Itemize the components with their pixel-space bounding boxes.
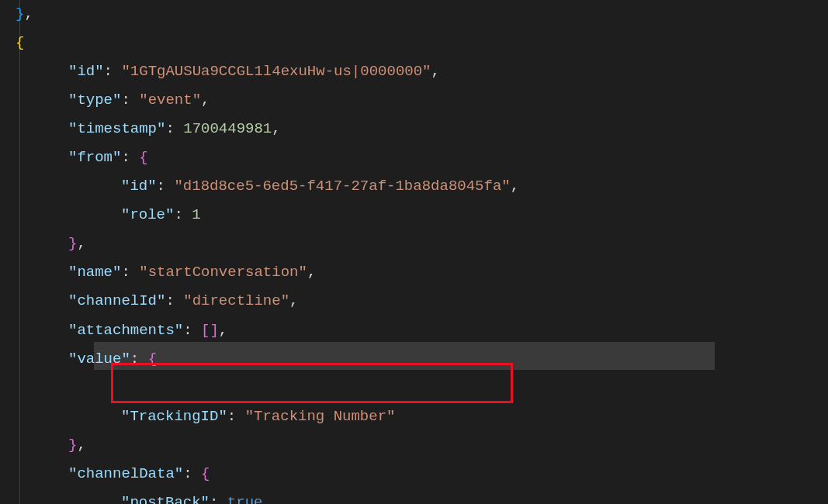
json-value: "event" <box>139 91 201 109</box>
annotation-red-box <box>111 363 513 403</box>
brace: } <box>68 437 77 454</box>
code-line-highlighted: "TrackingID": "Tracking Number" <box>16 402 828 431</box>
code-editor[interactable]: }, { "id": "1GTgAUSUa9CCGL1l4exuHw-us|00… <box>0 0 828 504</box>
code-line: "channelData": { <box>16 460 828 488</box>
bracket: [ <box>201 322 210 339</box>
code-line: "role": 1 <box>16 201 828 230</box>
code-line: { <box>16 29 828 57</box>
json-value: "directline" <box>183 292 289 309</box>
code-line: "id": "d18d8ce5-6ed5-f417-27af-1ba8da804… <box>16 172 828 201</box>
json-value: "d18d8ce5-6ed5-f417-27af-1ba8da8045fa" <box>174 178 510 195</box>
code-line: "channelId": "directline", <box>16 287 828 316</box>
json-key: "TrackingID" <box>121 408 227 425</box>
code-line: "type": "event", <box>16 86 828 115</box>
json-value: "1GTgAUSUa9CCGL1l4exuHw-us|0000000" <box>121 63 431 80</box>
brace: { <box>201 465 210 482</box>
json-key: "type" <box>68 91 121 109</box>
code-line: "name": "startConversation", <box>16 258 828 287</box>
json-value: "Tracking Number" <box>245 408 396 425</box>
json-value: 1700449981 <box>183 120 272 137</box>
json-key: "from" <box>68 149 121 166</box>
json-value: "startConversation" <box>139 264 307 281</box>
code-line: "from": { <box>16 143 828 172</box>
bracket: ] <box>210 322 218 339</box>
json-key: "attachments" <box>68 322 183 339</box>
code-line: "postBack": true, <box>16 488 828 504</box>
json-key: "role" <box>121 206 174 223</box>
brace: } <box>16 5 24 22</box>
json-key: "id" <box>68 63 104 80</box>
json-key: "timestamp" <box>68 120 165 137</box>
brace: } <box>68 235 77 252</box>
json-key: "id" <box>121 178 157 195</box>
code-line: }, <box>16 230 828 258</box>
json-value: true <box>227 494 263 504</box>
brace: { <box>139 149 147 166</box>
code-line: "attachments": [], <box>16 316 828 345</box>
json-key: "channelId" <box>68 292 165 309</box>
json-key: "postBack" <box>121 494 210 504</box>
json-key: "channelData" <box>68 465 183 482</box>
code-line: }, <box>16 431 828 460</box>
json-value: 1 <box>192 206 200 223</box>
code-line: "timestamp": 1700449981, <box>16 115 828 143</box>
code-line: "id": "1GTgAUSUa9CCGL1l4exuHw-us|0000000… <box>16 57 828 86</box>
json-key: "name" <box>68 264 121 281</box>
code-line: }, <box>16 0 828 29</box>
brace: { <box>16 34 24 51</box>
